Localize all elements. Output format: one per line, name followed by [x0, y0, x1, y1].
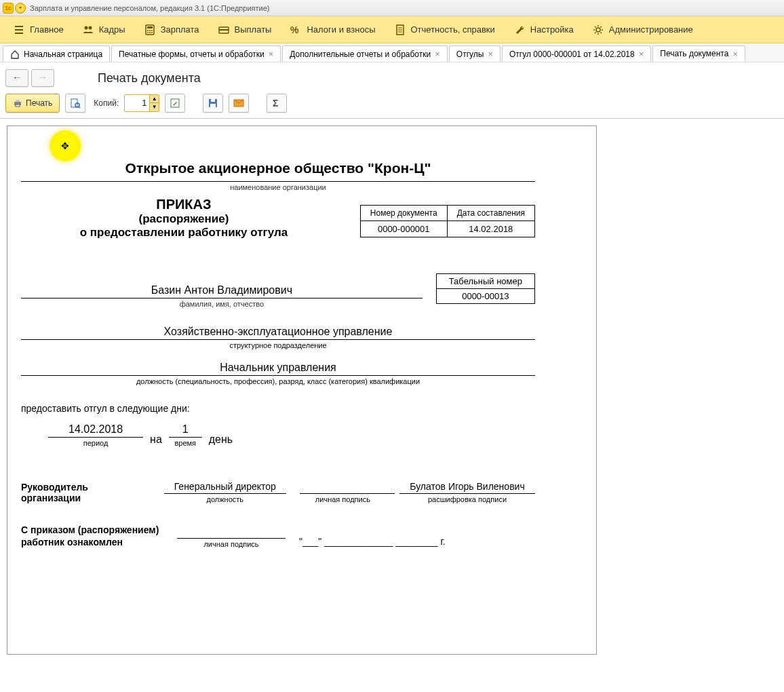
menu-taxes[interactable]: % Налоги и взносы [281, 20, 385, 39]
head-position: Генеральный директор [164, 481, 286, 494]
employee-fio: Базин Антон Владимирович [21, 284, 423, 299]
page-title: Печать документа [98, 71, 201, 85]
tab-print-document[interactable]: Печать документа × [652, 45, 745, 62]
fio-caption: фамилия, имя, отчество [21, 300, 423, 308]
spinner-down-icon[interactable]: ▼ [149, 103, 159, 111]
document-icon [395, 24, 406, 35]
menu-main[interactable]: Главное [4, 20, 73, 39]
doc-title-2: (распоряжение) [21, 212, 347, 226]
period-value: 14.02.2018 [48, 423, 143, 438]
svg-point-14 [596, 28, 600, 32]
tab-otgul-doc[interactable]: Отгул 0000-000001 от 14.02.2018 × [502, 45, 651, 62]
svg-text:Σ: Σ [273, 98, 278, 109]
menu-label: Отчетность, справки [411, 24, 495, 35]
tab-print-forms[interactable]: Печатные формы, отчеты и обработки × [111, 45, 281, 62]
menu-label: Настройка [530, 24, 574, 35]
email-button[interactable] [229, 94, 249, 113]
spinner-up-icon[interactable]: ▲ [149, 95, 159, 103]
tab-label: Отгул 0000-000001 от 14.02.2018 [509, 50, 635, 59]
menu-label: Главное [30, 24, 64, 35]
tab-label: Дополнительные отчеты и обработки [290, 50, 431, 59]
cursor-highlight [50, 130, 81, 161]
tab-home[interactable]: Начальная страница [3, 45, 110, 62]
menu-label: Выплаты [235, 24, 272, 35]
tab-label: Печать документа [660, 49, 728, 58]
close-icon[interactable]: × [639, 49, 644, 59]
svg-point-8 [149, 32, 151, 33]
doc-title-3: о предоставлении работнику отгула [21, 226, 347, 239]
wallet-icon [218, 24, 229, 35]
svg-point-4 [147, 30, 149, 31]
printer-icon [13, 98, 22, 108]
head-name: Булатов Игорь Виленович [399, 481, 535, 494]
sum-button[interactable]: Σ [267, 94, 287, 113]
menu-hr[interactable]: Кадры [73, 20, 135, 39]
print-document[interactable]: Открытое акционерное общество "Крон-Ц" н… [7, 126, 597, 655]
copies-label: Копий: [94, 98, 119, 108]
dept-caption: структурное подразделение [21, 341, 535, 349]
copies-spinner[interactable]: ▲ ▼ [124, 94, 159, 112]
doc-info-table: Номер документа Дата составления 0000-00… [360, 205, 535, 237]
menu-label: Налоги и взносы [307, 24, 375, 35]
close-icon[interactable]: × [269, 49, 274, 59]
back-button[interactable]: ← [5, 69, 28, 87]
menu-salary[interactable]: Зарплата [135, 20, 209, 39]
menu-label: Администрирование [609, 24, 693, 35]
day-text: день [202, 434, 239, 447]
print-label: Печать [26, 98, 52, 108]
time-caption: время [169, 439, 202, 447]
main-menu: Главное Кадры Зарплата Выплаты % Налоги … [0, 16, 784, 43]
position-caption: должность (специальность, профессия), ра… [21, 377, 535, 385]
doc-date-value: 14.02.2018 [447, 221, 534, 237]
svg-point-7 [147, 32, 149, 33]
home-icon [10, 50, 20, 59]
close-icon[interactable]: × [488, 49, 493, 59]
edit-button[interactable] [165, 94, 185, 113]
preview-button[interactable] [65, 94, 85, 113]
save-button[interactable] [203, 94, 223, 113]
menu-label: Кадры [99, 24, 125, 35]
tab-num-value: 0000-00013 [436, 289, 534, 304]
department: Хозяйственно-эксплуатационное управление [21, 326, 535, 340]
tab-label: Начальная страница [24, 50, 102, 59]
menu-payments[interactable]: Выплаты [209, 20, 281, 39]
close-icon[interactable]: × [435, 49, 440, 59]
ack-sign-caption: личная подпись [177, 540, 286, 548]
percent-icon: % [290, 24, 301, 35]
nav-row: ← → Печать документа [0, 62, 784, 90]
svg-point-9 [151, 32, 153, 33]
doc-title-1: ПРИКАЗ [21, 197, 347, 212]
sign-caption: личная подпись [300, 495, 386, 503]
menu-admin[interactable]: Администрирование [583, 20, 703, 39]
app-dropdown-icon[interactable]: ▾ [15, 3, 26, 14]
menu-label: Зарплата [161, 24, 199, 35]
menu-settings[interactable]: Настройка [505, 20, 583, 39]
tab-extra-reports[interactable]: Дополнительные отчеты и обработки × [282, 45, 447, 62]
forward-button[interactable]: → [31, 69, 54, 87]
head-position-caption: должность [164, 495, 286, 503]
svg-point-1 [88, 26, 92, 29]
svg-rect-17 [16, 104, 20, 107]
period-caption: период [48, 439, 143, 447]
window-title: Зарплата и управление персоналом, редакц… [30, 4, 269, 12]
gear-icon [593, 24, 604, 35]
time-value: 1 [169, 423, 202, 438]
ack-sign [177, 526, 286, 539]
tab-bar: Начальная страница Печатные формы, отчет… [0, 43, 784, 62]
copies-input[interactable] [125, 98, 149, 108]
tab-num-header: Табельный номер [436, 274, 534, 289]
print-button[interactable]: Печать [5, 94, 60, 113]
svg-point-5 [149, 30, 151, 31]
tab-label: Отгулы [456, 50, 484, 59]
provide-text: предоставить отгул в следующие дни: [21, 403, 535, 414]
app-icon: 1c [3, 3, 14, 14]
toolbar: Печать Копий: ▲ ▼ Σ [0, 90, 784, 119]
doc-num-header: Номер документа [360, 206, 447, 221]
menu-reports[interactable]: Отчетность, справки [385, 20, 505, 39]
doc-date-header: Дата составления [447, 206, 534, 221]
doc-num-value: 0000-000001 [360, 221, 447, 237]
close-icon[interactable]: × [732, 49, 738, 59]
tab-otguly[interactable]: Отгулы × [449, 45, 501, 62]
people-icon [83, 24, 94, 35]
tab-label: Печатные формы, отчеты и обработки [119, 50, 264, 59]
